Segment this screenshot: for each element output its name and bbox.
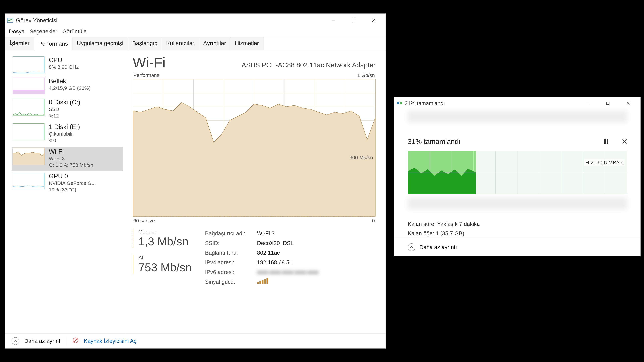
kv-key: Bağlantı türü: (205, 248, 254, 258)
tab-startup[interactable]: Başlangıç (128, 37, 162, 50)
menu-options[interactable]: Seçenekler (30, 28, 57, 35)
copy-speed-label: Hız: 90,6 MB/sn (584, 159, 624, 166)
menu-view[interactable]: Görüntüle (62, 28, 87, 35)
chevron-up-icon[interactable] (12, 337, 19, 345)
sidebar-item-sub: 4,2/15,9 GB (26%) (49, 85, 90, 91)
svg-rect-5 (13, 90, 44, 94)
sidebar-item-cpu[interactable]: CPU 8% 3,90 GHz (12, 55, 123, 76)
copy-progress-icon (397, 100, 402, 106)
thumb-gpu0 (12, 173, 44, 189)
pause-button[interactable] (604, 138, 608, 145)
adapter-name: ASUS PCE-AC88 802.11ac Network Adapter (242, 61, 376, 69)
sidebar-item-gpu0[interactable]: GPU 0 NVIDIA GeForce G... 19% (33 °C) (12, 171, 123, 196)
graph-bottom-right: 0 (372, 218, 375, 224)
throughput-stats: Gönder 1,3 Mb/sn Al 753 Mb/sn (133, 229, 192, 287)
tab-app-history[interactable]: Uygulama geçmişi (72, 37, 128, 50)
blurred-source-dest (408, 111, 627, 122)
recv-value: 753 Mb/sn (138, 261, 192, 274)
sidebar-item-title: Wi-Fi (49, 148, 93, 155)
sidebar-item-sub2: 19% (33 °C) (49, 186, 96, 193)
graph-marker-300: 300 Mb/sn (350, 155, 373, 160)
tab-services[interactable]: Hizmetler (230, 37, 264, 50)
adapter-details: Bağdaştırıcı adı:Wi-Fi 3 SSID:DecoX20_DS… (205, 229, 319, 287)
kv-key: Sinyal gücü: (205, 277, 254, 287)
send-value: 1,3 Mb/sn (138, 235, 192, 248)
minimize-button[interactable] (324, 13, 344, 27)
kv-key: IPv4 adresi: (205, 258, 254, 267)
remaining-items: Kalan öğe: 1 (35,7 GB) (408, 229, 627, 238)
titlebar[interactable]: 31% tamamlandı (394, 97, 640, 109)
menubar: Dosya Seçenekler Görüntüle (5, 27, 386, 37)
sidebar-item-sub2: %0 (49, 137, 80, 144)
performance-main: Wi-Fi ASUS PCE-AC88 802.11ac Network Ada… (126, 50, 386, 333)
sidebar-item-title: 1 Diski (E:) (49, 123, 80, 131)
sidebar-item-sub2: %12 (49, 112, 80, 119)
close-button[interactable] (364, 13, 384, 27)
kv-key: IPv6 adresi: (205, 267, 254, 277)
sidebar-item-memory[interactable]: Bellek 4,2/15,9 GB (26%) (12, 76, 123, 97)
sidebar-item-sub: NVIDIA GeForce G... (49, 180, 96, 186)
remaining-time: Kalan süre: Yaklaşık 7 dakika (408, 219, 627, 229)
fewer-details-link[interactable]: Daha az ayrıntı (24, 338, 62, 344)
close-button[interactable] (618, 96, 638, 110)
svg-marker-46 (408, 168, 476, 194)
wifi-throughput-graph[interactable]: 300 Mb/sn (133, 79, 376, 217)
tab-performance[interactable]: Performans (34, 37, 72, 50)
task-manager-icon (7, 17, 14, 24)
thumb-cpu (12, 56, 44, 73)
kv-key: SSID: (205, 238, 254, 248)
sidebar-item-title: GPU 0 (49, 173, 96, 180)
menu-file[interactable]: Dosya (9, 28, 25, 35)
tab-bar: İşlemler Performans Uygulama geçmişi Baş… (5, 37, 386, 50)
kv-val-ipv6: xxxx:xxxx:xxxx:xxxx:xxxx (257, 267, 319, 277)
svg-rect-34 (606, 139, 608, 144)
progress-header: 31% tamamlandı (408, 138, 460, 146)
thumb-wifi (12, 148, 44, 165)
performance-sidebar: CPU 8% 3,90 GHz Bellek 4,2/15,9 GB (26%) (5, 50, 126, 333)
svg-line-26 (74, 339, 77, 342)
thumb-disk0 (12, 99, 44, 115)
copy-remaining-info: Kalan süre: Yaklaşık 7 dakika Kalan öğe:… (408, 219, 627, 238)
tab-users[interactable]: Kullanıcılar (162, 37, 199, 50)
signal-strength-icon (257, 277, 268, 287)
kv-val: DecoX20_DSL (257, 238, 294, 248)
svg-rect-27 (397, 102, 399, 104)
svg-rect-30 (606, 102, 609, 105)
recv-label: Al (138, 255, 192, 261)
chevron-up-icon[interactable] (408, 243, 416, 251)
tab-details[interactable]: Ayrıntılar (199, 37, 230, 50)
sidebar-item-sub: Wi-Fi 3 (49, 155, 93, 162)
open-resmon-link[interactable]: Kaynak İzleyicisini Aç (84, 338, 136, 344)
svg-marker-7 (13, 152, 44, 165)
tab-processes[interactable]: İşlemler (5, 37, 34, 50)
window-title: 31% tamamlandı (405, 100, 445, 106)
blurred-filename (408, 198, 627, 209)
thumb-memory (12, 78, 44, 94)
kv-val: 802.11ac (257, 248, 280, 258)
cancel-button[interactable] (622, 138, 627, 145)
sidebar-item-sub: Çıkarılabilir (49, 131, 80, 137)
sidebar-item-title: CPU (49, 56, 79, 64)
svg-rect-2 (352, 19, 355, 22)
minimize-button[interactable] (578, 96, 598, 110)
fewer-details-link[interactable]: Daha az ayrıntı (420, 244, 457, 250)
task-manager-window: Görev Yöneticisi Dosya Seçenekler Görünt… (5, 13, 386, 349)
sidebar-item-disk0[interactable]: 0 Diski (C:) SSD %12 (12, 97, 123, 122)
copy-speed-graph[interactable]: Hız: 90,6 MB/sn (408, 151, 627, 194)
maximize-button[interactable] (598, 96, 618, 110)
sidebar-item-title: Bellek (49, 78, 90, 85)
graph-bottom-left: 60 saniye (133, 218, 155, 224)
graph-label-right: 1 Gb/sn (357, 72, 375, 78)
sidebar-item-disk1[interactable]: 1 Diski (E:) Çıkarılabilir %0 (12, 122, 123, 147)
copy-footer: Daha az ayrıntı (394, 238, 640, 256)
resmon-icon (72, 337, 79, 345)
svg-rect-33 (604, 139, 606, 144)
window-title: Görev Yöneticisi (16, 17, 57, 24)
kv-val: 192.168.68.51 (257, 258, 292, 267)
graph-label-left: Performans (133, 72, 159, 78)
titlebar[interactable]: Görev Yöneticisi (5, 13, 386, 27)
sidebar-item-title: 0 Diski (C:) (49, 99, 80, 106)
maximize-button[interactable] (344, 13, 364, 27)
sidebar-item-wifi[interactable]: Wi-Fi Wi-Fi 3 G: 1,3 A: 753 Mb/sn (12, 147, 123, 171)
svg-marker-24 (133, 103, 375, 216)
